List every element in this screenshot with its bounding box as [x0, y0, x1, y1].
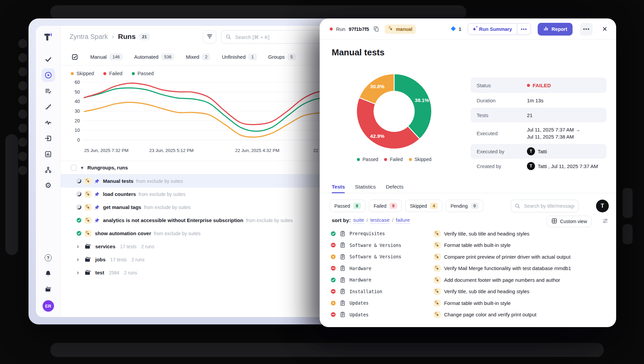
test-row[interactable]: InstallationVerify title, sub title and … — [320, 286, 616, 298]
info-row-status: StatusFAILED — [471, 77, 606, 93]
linked-issues[interactable]: 1 — [450, 26, 461, 33]
chevron-right-icon[interactable]: › — [77, 243, 82, 250]
close-icon[interactable]: ✕ — [601, 24, 609, 34]
test-row[interactable]: HardwareVerify Mail Merge functionality … — [320, 263, 616, 274]
test-row[interactable]: Software & VersionsFormat table with bui… — [320, 240, 616, 251]
search-input[interactable] — [234, 34, 329, 40]
import-box-icon[interactable] — [42, 132, 55, 145]
sort-by-failure[interactable]: failure — [396, 217, 410, 224]
run-info-table: StatusFAILEDDuration1m 13sTests21Execute… — [471, 77, 606, 173]
status-failed-icon — [330, 265, 336, 271]
folder-icon — [84, 243, 91, 250]
global-search — [221, 30, 333, 44]
info-row-tests: Tests21 — [471, 108, 606, 122]
legend-passed: Passed — [132, 71, 154, 76]
test-row[interactable]: Software & VersionsCompare print preview… — [320, 251, 616, 263]
custom-view-button[interactable]: Custom view — [547, 216, 592, 227]
tab-unfinished[interactable]: Unfinished1 — [222, 53, 257, 60]
folder-runs-count: 2 runs — [124, 270, 137, 275]
test-row[interactable]: PrerequisitesVerify title, sub title and… — [320, 228, 616, 240]
panel-tab-statistics[interactable]: Statistics — [355, 181, 376, 193]
test-row[interactable]: UpdatesFormat table with built-in style — [320, 297, 616, 309]
tab-groups[interactable]: Groups5 — [268, 53, 296, 60]
sliders-icon[interactable] — [602, 218, 608, 225]
help-icon[interactable]: ? — [42, 251, 55, 264]
folders-icon[interactable] — [42, 282, 55, 296]
test-row[interactable]: HardwareAdd document footer with page nu… — [320, 274, 616, 286]
run-summary-more-button[interactable]: ••• — [517, 23, 531, 35]
run-name: Manual tests — [103, 178, 133, 184]
filter-count: 8 — [353, 203, 361, 209]
status-passed-icon — [330, 277, 336, 283]
decor-bar-right-2 — [623, 224, 633, 244]
report-label: Report — [551, 27, 567, 32]
filter-chip-passed[interactable]: Passed8 — [330, 200, 366, 212]
branch-icon[interactable] — [42, 163, 55, 176]
panel-header: Run 97f1b7f5 manual 1 ✦✦ Run Summary ••• — [320, 18, 616, 40]
folder-name: jobs — [95, 257, 106, 262]
info-row-executed-by: Executed byTTatti — [471, 144, 606, 159]
steps-icon[interactable] — [42, 100, 55, 113]
play-circle-icon[interactable] — [42, 68, 55, 82]
tests-search-input[interactable] — [523, 203, 575, 209]
run-name: load counters — [103, 191, 136, 197]
run-source: from exclude by suites — [246, 218, 292, 223]
copy-icon[interactable] — [373, 26, 379, 32]
gear-icon[interactable]: ⚙ — [42, 179, 55, 192]
status-skipped-icon — [330, 300, 336, 306]
run-status-dot — [330, 28, 333, 31]
info-row-executed: ExecutedJul 11, 2025 7:37 AM →Jul 11, 20… — [471, 122, 606, 144]
status-passed-icon — [76, 217, 82, 223]
filter-chip-skipped[interactable]: Skipped4 — [405, 200, 442, 212]
chevron-down-icon[interactable]: ▾ — [81, 165, 84, 171]
decor-bar-bottom — [50, 343, 604, 357]
test-row[interactable]: UpdatesChange page color and verify prin… — [320, 309, 616, 321]
tab-count: 5 — [287, 53, 296, 60]
run-type-chip[interactable]: manual — [385, 24, 416, 34]
sort-by-suite[interactable]: suite — [353, 217, 364, 224]
tab-mixed[interactable]: Mixed2 — [186, 53, 210, 60]
manual-cursor-icon — [434, 265, 441, 272]
select-all-checkbox[interactable] — [71, 165, 77, 171]
bell-icon[interactable] — [42, 267, 55, 280]
report-button[interactable]: Report — [538, 23, 573, 36]
panel-tab-tests[interactable]: Tests — [332, 181, 345, 193]
filter-chip-pending[interactable]: Pending0 — [446, 200, 483, 212]
filter-button[interactable] — [203, 30, 216, 44]
breadcrumb-separator: › — [112, 33, 114, 40]
check-icon[interactable] — [42, 53, 55, 66]
status-skipped-icon — [330, 254, 336, 260]
breadcrumb-product[interactable]: Zyntra Spark — [69, 33, 108, 41]
filter-chip-failed[interactable]: Failed9 — [369, 200, 402, 212]
clipboard-icon — [340, 254, 345, 260]
panel-tab-defects[interactable]: Defects — [386, 181, 404, 193]
chevron-right-icon[interactable]: › — [77, 256, 82, 263]
chevron-right-icon[interactable]: › — [77, 269, 82, 276]
panel-more-button[interactable]: ••• — [580, 23, 593, 36]
bar-panel-icon[interactable] — [42, 147, 55, 161]
suite-name: Updates — [350, 300, 369, 306]
run-name: show automation cover — [95, 230, 151, 236]
tab-manual[interactable]: Manual146 — [90, 53, 123, 60]
sidebar-bottom: ? — [42, 251, 55, 298]
folder-tests-count: 2584 — [109, 270, 119, 275]
folder-runs-count: 2 runs — [131, 257, 145, 262]
pin-icon — [94, 205, 100, 210]
activity-icon[interactable] — [42, 116, 55, 129]
app-logo-icon[interactable] — [42, 31, 55, 44]
search-icon — [515, 203, 521, 209]
custom-view-label: Custom view — [560, 219, 587, 224]
manual-cursor-icon — [85, 217, 92, 224]
list-check-icon[interactable] — [42, 84, 55, 98]
manual-cursor-icon — [388, 26, 393, 32]
run-summary-button[interactable]: ✦✦ Run Summary — [468, 23, 517, 35]
select-runs-icon[interactable] — [71, 53, 79, 61]
test-title: Verify title, sub title and heading styl… — [444, 231, 529, 237]
tab-automated[interactable]: Automated536 — [134, 53, 174, 60]
pin-icon — [94, 178, 100, 184]
folder-tests-count: 17 tests — [110, 257, 127, 262]
brand-avatar[interactable]: T — [596, 200, 609, 212]
pin-icon — [94, 192, 100, 197]
sort-by-testcase[interactable]: testcase — [370, 217, 390, 224]
user-avatar[interactable]: ER — [43, 300, 54, 312]
